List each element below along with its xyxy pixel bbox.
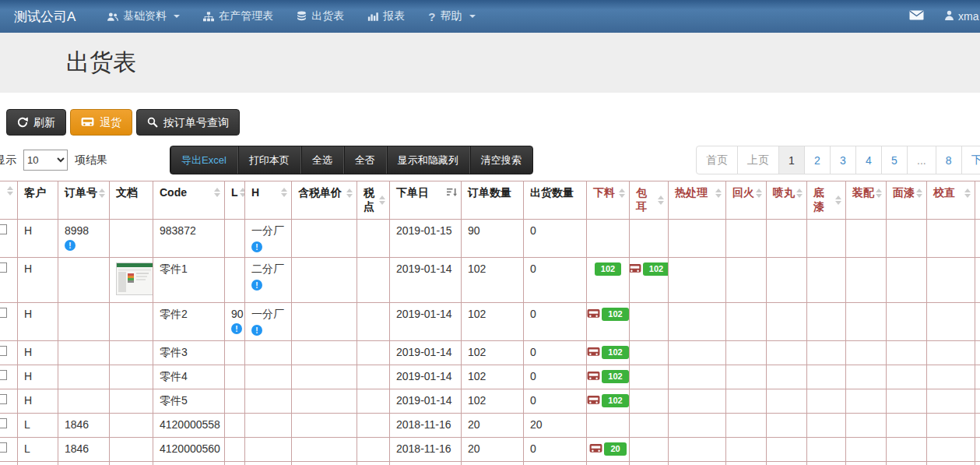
cell-stage_huihuo [726,365,767,389]
page-1-button[interactable]: 1 [778,146,805,174]
cell-tax [357,303,390,341]
page-2-button[interactable]: 2 [804,146,831,174]
stage-shipment-chip[interactable]: 20 [593,442,623,456]
column-header-stage_xiaozhi[interactable]: 校直 [927,181,975,220]
info-icon[interactable]: ! [251,241,262,252]
select-none-button[interactable]: 全否 [344,146,387,174]
user-icon [944,10,954,23]
export-excel-button[interactable]: 导出Excel [170,146,238,174]
cell-stage_baoer [630,389,669,414]
column-header-order_no[interactable]: 订单号 [58,181,110,220]
column-header-stage_zhuangpei[interactable]: 装配 [846,181,887,220]
cell-h: 一分厂! [245,303,292,341]
row-checkbox[interactable] [0,370,7,380]
row-checkbox[interactable] [0,442,7,453]
stage-shipment-chip[interactable]: 102 [593,346,623,359]
row-checkbox[interactable] [0,394,7,404]
column-header-label: 热处理 [675,186,708,200]
cell-customer: H [18,258,58,303]
mail-menu-item[interactable] [909,10,924,23]
page-4-button[interactable]: 4 [855,146,882,174]
brand[interactable]: 测试公司A [6,8,83,26]
cell-content: 一分厂! [251,308,285,336]
page-3-button[interactable]: 3 [830,146,856,174]
cell-doc [110,438,153,462]
stage-shipment-chip[interactable]: 102 [593,370,623,383]
cell-content: 零件3 [160,346,218,360]
column-header-label: 回火 [732,186,754,200]
return-goods-button[interactable]: 退货 [70,109,132,136]
cell-order_qty: 102 [462,303,524,341]
info-icon[interactable]: ! [251,280,262,291]
refresh-button[interactable]: 刷新 [6,109,66,136]
stage-shipment-chip[interactable]: 102 [636,262,662,276]
info-icon[interactable]: ! [65,240,76,251]
row-checkbox[interactable] [0,346,7,356]
column-header-l[interactable]: L [225,181,245,220]
column-header-label: 订单数量 [468,186,511,200]
nav-item-basic-data[interactable]: 基础资料 [96,0,191,33]
cell-content: 90! [231,308,238,334]
column-header-stage_mianqi[interactable]: 面漆 [887,181,927,220]
nav-item-production-table[interactable]: 在产管理表 [191,0,285,33]
pagination: 首页上页12345...8下页 [696,146,980,174]
nav-item-reports[interactable]: 报表 [356,0,416,33]
cell-stage_zhuangpei [846,220,887,258]
column-header-code[interactable]: Code [153,181,225,220]
cell-l [225,220,245,258]
cell-content: 102 [468,370,517,382]
stage-shipment-chip[interactable]: 102 [593,394,623,407]
page-8-button[interactable]: 8 [936,146,962,174]
first-page-button[interactable]: 首页 [696,146,738,174]
sort-up-arrow [346,188,353,192]
info-icon[interactable]: ! [251,325,262,336]
column-header-tax[interactable]: 税点 [357,181,390,220]
show-hide-columns-button[interactable]: 显示和隐藏列 [387,146,470,174]
stage-shipment-chip[interactable]: 102 [593,308,623,321]
stage-shipment-chip[interactable]: 102 [593,262,623,276]
cell-customer: L [18,438,58,462]
cell-stage_diqi [807,258,846,303]
select-all-button[interactable]: 全选 [301,146,344,174]
next-page-button[interactable]: 下页 [961,146,980,174]
cell-stage_xiaozhi [927,462,975,465]
results-label: 项结果 [75,153,107,167]
nav-item-help[interactable]: ?帮助 [416,0,486,33]
column-header-select[interactable] [0,181,18,220]
column-header-stage_diqi[interactable]: 底漆 [807,181,846,220]
prev-page-button[interactable]: 上页 [737,146,779,174]
print-page-button[interactable]: 打印本页 [238,146,301,174]
clear-search-button[interactable]: 清空搜索 [470,146,532,174]
query-by-order-button[interactable]: 按订单号查询 [136,109,240,136]
cell-order_qty: 20 [462,438,524,462]
page-size-select[interactable]: 10 [23,150,68,171]
cell-stage_mianqi [887,389,927,414]
row-checkbox[interactable] [0,224,7,234]
cell-h [245,365,292,389]
doc-thumbnail-image[interactable] [116,262,153,295]
column-header-date[interactable]: 下单日 [390,181,462,220]
column-header-stage_xialiao[interactable]: 下料 [587,181,630,220]
truck-icon [587,347,600,358]
cell-content: 一分厂! [251,224,285,252]
row-checkbox[interactable] [0,418,7,428]
table-header-row: 客户订单号文档CodeLH含税单价税点下单日订单数量出货数量下料包耳热处理回火喷… [0,181,980,220]
info-icon[interactable]: ! [231,323,242,334]
cell-content: 90 [468,224,517,237]
cell-text: 零件2 [160,308,188,322]
page-ellipsis[interactable]: ... [907,146,936,174]
column-header-stage_huihuo[interactable]: 回火 [726,181,767,220]
nav-item-shipment-table[interactable]: 出货表 [285,0,356,33]
column-header-stage_baoer[interactable]: 包耳 [630,181,669,220]
column-header-stage_rechuli[interactable]: 热处理 [669,181,726,220]
column-header-inner: 订单数量 [468,186,519,200]
column-header-h[interactable]: H [245,181,292,220]
column-header-price[interactable]: 含税单价 [292,181,357,220]
cell-stage_xialiao: 102 [587,303,630,341]
row-checkbox[interactable] [0,308,7,318]
user-menu-item[interactable]: xma [944,10,978,23]
row-checkbox[interactable] [0,262,7,273]
column-header-stage_penwan[interactable]: 喷丸 [767,181,807,220]
column-header-inner: 出货数量 [530,186,582,200]
page-5-button[interactable]: 5 [881,146,908,174]
